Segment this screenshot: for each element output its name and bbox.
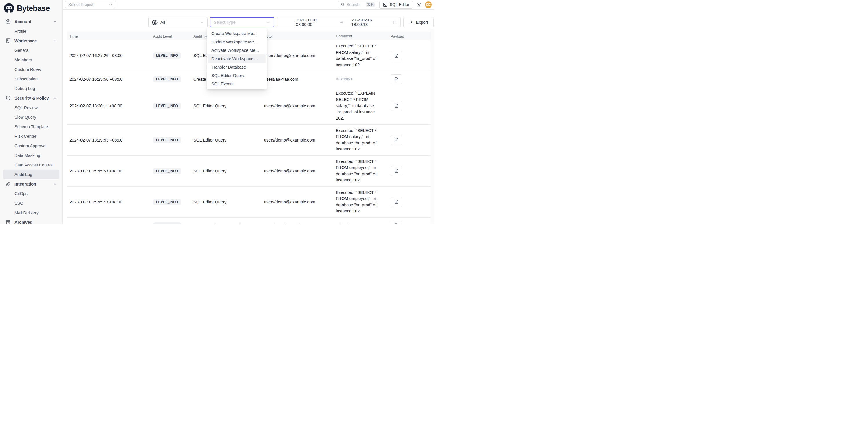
sidebar-item-sql-review[interactable]: SQL Review — [3, 103, 59, 112]
level-badge: LEVEL_INFO — [153, 168, 181, 174]
file-search-icon — [394, 53, 399, 58]
sidebar-group-integration[interactable]: Integration — [3, 179, 59, 189]
sidebar-item-risk-center[interactable]: Risk Center — [3, 131, 59, 141]
sidebar-nav: AccountProfileWorkspaceGeneralMembersCus… — [3, 17, 59, 224]
cell-audit-type: SQL Editor Query — [193, 169, 264, 173]
dropdown-item-create-workspace-me[interactable]: Create Workspace Me... — [208, 29, 266, 38]
bytebase-logo[interactable]: Bytebase — [3, 2, 59, 17]
user-circle-icon — [152, 20, 158, 26]
sidebar-item-general[interactable]: General — [3, 45, 59, 55]
search-input[interactable]: Search ⌘ K — [338, 1, 376, 8]
payload-view-button[interactable] — [391, 51, 402, 61]
cell-audit-type: Create Workspace Member — [193, 223, 264, 224]
brand-name: Bytebase — [17, 4, 50, 13]
sidebar-item-custom-roles[interactable]: Custom Roles — [3, 65, 59, 74]
file-search-icon — [394, 168, 399, 173]
sidebar-group-archived[interactable]: Archived — [3, 217, 59, 224]
sidebar-group-account[interactable]: Account — [3, 17, 59, 26]
sidebar-group-label: Integration — [14, 182, 53, 186]
table-row: 2023-11-21 15:45:53 +08:00LEVEL_INFOSQL … — [67, 156, 434, 187]
sidebar-item-slow-query[interactable]: Slow Query — [3, 112, 59, 122]
cell-actor: users/demo@example.com — [264, 200, 336, 204]
sidebar-item-subscription[interactable]: Subscription — [3, 74, 59, 84]
payload-view-button[interactable] — [391, 166, 402, 176]
sidebar-item-label: Members — [14, 58, 57, 62]
payload-view-button[interactable] — [391, 221, 402, 224]
sidebar-item-gitops[interactable]: GitOps — [3, 189, 59, 198]
project-select[interactable]: Select Project — [65, 1, 116, 8]
sidebar-group-label: Account — [14, 20, 53, 24]
chevron-down-icon — [200, 20, 204, 25]
level-badge: LEVEL_INFO — [153, 103, 181, 109]
cell-payload — [391, 166, 434, 176]
sidebar-group-workspace[interactable]: Workspace — [3, 36, 59, 45]
payload-view-button[interactable] — [391, 101, 402, 111]
sidebar-group-security-policy[interactable]: Security & Policy — [3, 93, 59, 103]
level-badge: LEVEL_INFO — [153, 76, 181, 83]
export-button[interactable]: Export — [403, 17, 434, 28]
sql-editor-label: SQL Editor — [390, 2, 409, 7]
cell-comment: Executed `"SELECT * FROM salary;"` in da… — [336, 128, 386, 153]
cell-audit-type: SQL Editor Query — [193, 138, 264, 142]
sidebar-item-label: Custom Approval — [14, 143, 57, 148]
chevron-down-icon — [266, 20, 271, 25]
sidebar-item-label: Data Masking — [14, 153, 57, 158]
level-badge: LEVEL_INFO — [153, 222, 181, 224]
payload-view-button[interactable] — [391, 197, 402, 207]
payload-view-button[interactable] — [391, 135, 402, 145]
settings-button[interactable] — [416, 1, 422, 8]
actor-filter-select[interactable]: All — [148, 17, 208, 28]
cell-audit-level: LEVEL_INFO — [153, 199, 193, 205]
chevron-down-icon — [53, 182, 57, 186]
cell-payload — [391, 197, 434, 207]
sidebar-item-label: Subscription — [14, 77, 57, 81]
cell-time: 2024-02-07 13:19:53 +08:00 — [67, 138, 153, 142]
sidebar-item-profile[interactable]: Profile — [3, 26, 59, 36]
sidebar-item-label: Audit Log — [14, 172, 57, 177]
payload-view-button[interactable] — [391, 74, 402, 84]
arrow-right-icon — [339, 20, 344, 25]
sidebar-item-label: Mail Delivery — [14, 211, 57, 215]
sidebar-item-custom-approval[interactable]: Custom Approval — [3, 141, 59, 151]
sidebar-item-label: Custom Roles — [14, 67, 57, 72]
file-search-icon — [394, 77, 399, 82]
cell-comment: <Empty> — [336, 76, 386, 83]
gear-icon — [416, 2, 422, 7]
cell-time: 2024-02-07 16:27:26 +08:00 — [67, 53, 153, 58]
level-badge: LEVEL_INFO — [153, 53, 181, 59]
date-range-picker[interactable]: 1970-01-01 08:00:00 2024-02-07 18:09:13 — [277, 17, 401, 28]
sidebar-item-schema-template[interactable]: Schema Template — [3, 122, 59, 131]
bytebase-mascot-icon — [3, 3, 14, 14]
sql-editor-button[interactable]: SQL Editor — [379, 1, 413, 9]
sidebar-item-members[interactable]: Members — [3, 55, 59, 65]
download-icon — [409, 20, 414, 25]
sidebar-item-data-masking[interactable]: Data Masking — [3, 151, 59, 160]
sidebar-item-debug-log[interactable]: Debug Log — [3, 84, 59, 93]
sidebar-item-data-access-control[interactable]: Data Access Control — [3, 160, 59, 169]
level-badge: LEVEL_INFO — [153, 137, 181, 143]
file-search-icon — [394, 199, 399, 204]
dropdown-item-update-workspace-me[interactable]: Update Workspace Me... — [208, 38, 266, 46]
file-search-icon — [394, 137, 399, 142]
dropdown-item-sql-editor-query[interactable]: SQL Editor Query — [208, 71, 266, 79]
user-avatar[interactable]: DE — [425, 1, 432, 8]
sidebar-item-label: Slow Query — [14, 115, 57, 120]
sidebar-item-label: Risk Center — [14, 134, 57, 139]
sidebar: Bytebase AccountProfileWorkspaceGeneralM… — [0, 0, 63, 224]
sidebar-item-sso[interactable]: SSO — [3, 198, 59, 208]
building-icon — [5, 38, 11, 44]
sidebar-item-audit-log[interactable]: Audit Log — [3, 169, 59, 179]
cell-actor: users/demo@example.com — [264, 104, 336, 108]
sidebar-item-mail-delivery[interactable]: Mail Delivery — [3, 208, 59, 217]
type-filter-select[interactable]: Select Type — [210, 17, 274, 28]
vertical-scrollbar[interactable] — [431, 29, 434, 224]
dropdown-item-sql-export[interactable]: SQL Export — [208, 79, 266, 88]
cell-audit-level: LEVEL_INFO — [153, 76, 193, 83]
link-icon — [5, 181, 11, 187]
chevron-down-icon — [108, 3, 113, 7]
dropdown-item-transfer-database[interactable]: Transfer Database — [208, 63, 266, 71]
cell-actor: users/demo@example.com — [264, 53, 336, 58]
dropdown-item-deactivate-workspace[interactable]: Deactivate Workspace ... — [208, 55, 266, 63]
dropdown-item-activate-workspace-me[interactable]: Activate Workspace Me... — [208, 46, 266, 55]
cell-audit-type: SQL Editor Query — [193, 200, 264, 204]
